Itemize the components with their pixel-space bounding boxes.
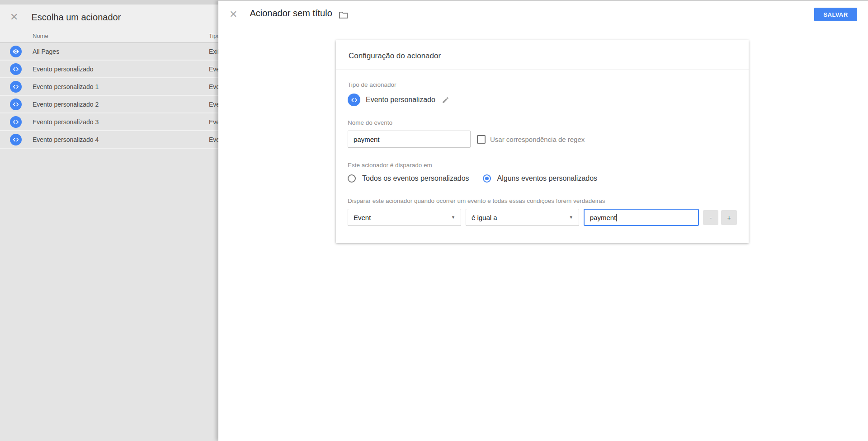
- trigger-type: Evento personalizado: [209, 118, 218, 126]
- condition-operator-value: é igual a: [472, 214, 497, 221]
- text-caret: [616, 214, 617, 221]
- trigger-type-label: Tipo de acionador: [348, 81, 737, 88]
- code-icon: [10, 63, 22, 75]
- event-name-label: Nome do evento: [348, 119, 737, 126]
- trigger-name: Evento personalizado 3: [33, 118, 99, 126]
- trigger-row-evento-personalizado-1[interactable]: Evento personalizado 1 Evento personaliz…: [0, 78, 218, 96]
- condition-value-input[interactable]: payment: [584, 209, 699, 226]
- condition-variable-select[interactable]: Event ▼: [348, 209, 461, 226]
- fires-on-label: Este acionador é disparado em: [348, 162, 737, 169]
- save-button[interactable]: SALVAR: [814, 8, 857, 21]
- trigger-type: Evento personalizado: [209, 136, 218, 143]
- add-condition-button[interactable]: +: [721, 210, 737, 225]
- event-name-input[interactable]: [348, 131, 471, 148]
- editor-header: ✕ Acionador sem título SALVAR: [218, 1, 868, 28]
- choose-trigger-panel: ✕ Escolha um acionador Nome Tipo All Pag…: [0, 0, 218, 441]
- conditions-label: Disparar este acionador quando ocorrer u…: [348, 197, 737, 204]
- trigger-row-evento-personalizado-2[interactable]: Evento personalizado 2 Evento personaliz…: [0, 96, 218, 113]
- condition-variable-value: Event: [354, 214, 371, 221]
- trigger-type-value: Evento personalizado: [366, 96, 435, 104]
- trigger-name: Evento personalizado 1: [33, 83, 99, 90]
- radio-some-label: Alguns eventos personalizados: [497, 174, 597, 183]
- choose-trigger-header: ✕ Escolha um acionador: [0, 5, 218, 30]
- eye-icon: [10, 46, 22, 57]
- chevron-down-icon: ▼: [569, 215, 573, 220]
- trigger-type: Evento personalizado: [209, 101, 218, 108]
- trigger-name: Evento personalizado: [33, 66, 94, 73]
- code-icon: [348, 94, 360, 106]
- trigger-type: Evento personalizado: [209, 66, 218, 73]
- card-title: Configuração do acionador: [336, 40, 749, 70]
- trigger-name: Evento personalizado 4: [33, 136, 99, 143]
- trigger-type: Evento personalizado: [209, 83, 218, 90]
- regex-checkbox[interactable]: [477, 135, 486, 144]
- condition-value-text: payment: [590, 214, 616, 221]
- code-icon: [10, 134, 22, 145]
- radio-unchecked-icon: [348, 174, 356, 183]
- radio-some-custom-events[interactable]: Alguns eventos personalizados: [483, 174, 597, 183]
- trigger-name: Evento personalizado 2: [33, 101, 99, 108]
- radio-checked-icon: [483, 174, 491, 183]
- dimmed-top-strip: [0, 0, 218, 5]
- regex-checkbox-label: Usar correspondência de regex: [490, 136, 585, 143]
- edit-pencil-icon[interactable]: [442, 96, 449, 104]
- choose-trigger-title: Escolha um acionador: [31, 12, 121, 23]
- close-icon[interactable]: ✕: [10, 12, 18, 22]
- trigger-editor-panel: ✕ Acionador sem título SALVAR Configuraç…: [218, 0, 868, 441]
- code-icon: [10, 99, 22, 110]
- trigger-list-column-headers: Nome Tipo: [0, 30, 218, 43]
- trigger-row-evento-personalizado[interactable]: Evento personalizado Evento personalizad…: [0, 61, 218, 78]
- trigger-row-all-pages[interactable]: All Pages Exibição de página: [0, 43, 218, 61]
- trigger-title-field[interactable]: Acionador sem título: [250, 8, 332, 21]
- chevron-down-icon: ▼: [451, 215, 455, 220]
- trigger-type: Exibição de página: [209, 48, 218, 55]
- folder-icon[interactable]: [339, 10, 348, 19]
- code-icon: [10, 116, 22, 128]
- radio-all-label: Todos os eventos personalizados: [362, 174, 469, 183]
- trigger-config-card: Configuração do acionador Tipo de aciona…: [336, 40, 749, 243]
- condition-operator-select[interactable]: é igual a ▼: [466, 209, 579, 226]
- column-header-name: Nome: [33, 33, 48, 39]
- trigger-row-evento-personalizado-4[interactable]: Evento personalizado 4 Evento personaliz…: [0, 131, 218, 149]
- trigger-row-evento-personalizado-3[interactable]: Evento personalizado 3 Evento personaliz…: [0, 113, 218, 131]
- radio-all-custom-events[interactable]: Todos os eventos personalizados: [348, 174, 469, 183]
- remove-condition-button[interactable]: -: [703, 210, 719, 225]
- close-icon[interactable]: ✕: [229, 9, 237, 19]
- code-icon: [10, 81, 22, 93]
- trigger-name: All Pages: [33, 48, 59, 55]
